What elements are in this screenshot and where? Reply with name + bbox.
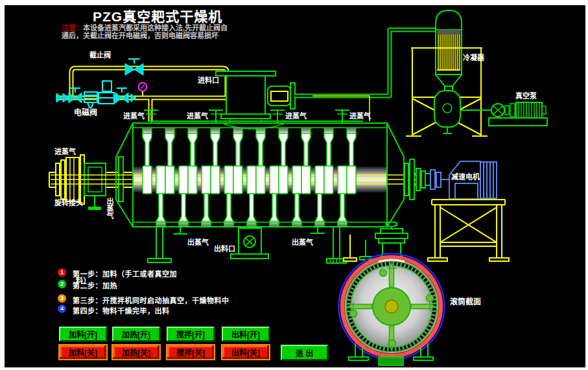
steam-in-label: 进蒸气 (285, 111, 307, 120)
drum-section-label: 滚筒截面 (450, 297, 481, 306)
step-1-badge: 1 (58, 268, 66, 277)
stir-on-button[interactable]: 搅拌[开] (167, 327, 215, 341)
steam-in-label: 进蒸气 (123, 111, 145, 120)
vacuum-pump (460, 102, 547, 126)
steam-in-label: 进蒸气 (349, 111, 371, 120)
receiver-tank (434, 91, 460, 133)
notice-warn-label: 注意： (62, 24, 83, 32)
discharge-on-button[interactable]: 出料[开] (222, 327, 270, 341)
heat-off-button[interactable]: 加热[关] (112, 344, 161, 360)
vapor-pipe (295, 30, 436, 121)
feed-on-button[interactable]: 加料[开] (59, 327, 107, 341)
stir-off-button[interactable]: 搅拌[关] (166, 344, 215, 360)
step-2-badge: 2 (58, 280, 66, 288)
discharge-off-button[interactable]: 出料[关] (221, 344, 270, 360)
feed-inlet-label: 进料口 (198, 76, 219, 84)
solenoid-valve-label: 电磁阀 (74, 108, 97, 117)
check-valve-icon (56, 93, 69, 102)
feed-off-button[interactable]: 加料[关] (58, 344, 108, 360)
step-4-badge: 4 (58, 305, 66, 313)
discharge-outlet (231, 228, 268, 259)
page-title: PZG真空耙式干燥机 (93, 6, 222, 25)
rotary-joint-label: 旋转接头 (54, 198, 83, 207)
steam-out-vertical-label: 出蒸气 (106, 197, 115, 220)
flow-arrow-icon (131, 94, 136, 102)
exit-button[interactable]: 退 出 (281, 345, 328, 360)
drum-section-view (339, 222, 445, 366)
steam-in-label: 进蒸气 (54, 147, 76, 156)
notice-line-2: 通后，关截止阀在开电磁阀，否则电磁阀容易损坏 (62, 32, 218, 40)
gear-motor-label: 减速电机 (451, 172, 480, 181)
shaft-hubs (143, 166, 356, 194)
steam-out-label: 出蒸气 (292, 238, 313, 246)
step-3-text: 第三步：开搅拌机同时启动抽真空，干燥物料中 (73, 295, 229, 305)
steam-in-label: 进蒸气 (187, 111, 208, 120)
vacuum-pump-label: 真空泵 (515, 91, 537, 100)
solenoid-valve-icon (99, 81, 114, 104)
motor-stand (428, 200, 509, 261)
feed-hopper (216, 71, 295, 123)
shaft-coupling (405, 159, 449, 200)
steam-out-label: 出蒸气 (187, 238, 209, 246)
condenser (436, 10, 462, 91)
notice-line-1: 注意：本设备进蒸汽都采用这种接入法,先开截止阀自 (62, 24, 228, 32)
stop-valve-label: 截止阀 (89, 51, 111, 59)
step-4-text: 第四步：物料干燥完毕，出料 (73, 305, 170, 316)
hmi-screen: 截止阀 电磁阀 进蒸气 进蒸气 进蒸气 进蒸气 进蒸气 进料口 旋转接头 出蒸气… (0, 0, 588, 370)
step-3-badge: 3 (58, 294, 66, 303)
pressure-gauge-icon (139, 83, 147, 91)
condenser-label: 冷凝器 (463, 53, 485, 62)
heat-on-button[interactable]: 加热[开] (112, 327, 160, 341)
discharge-outlet-label: 出料口 (214, 244, 235, 253)
step-2-text: 第二步：加热 (73, 280, 117, 290)
